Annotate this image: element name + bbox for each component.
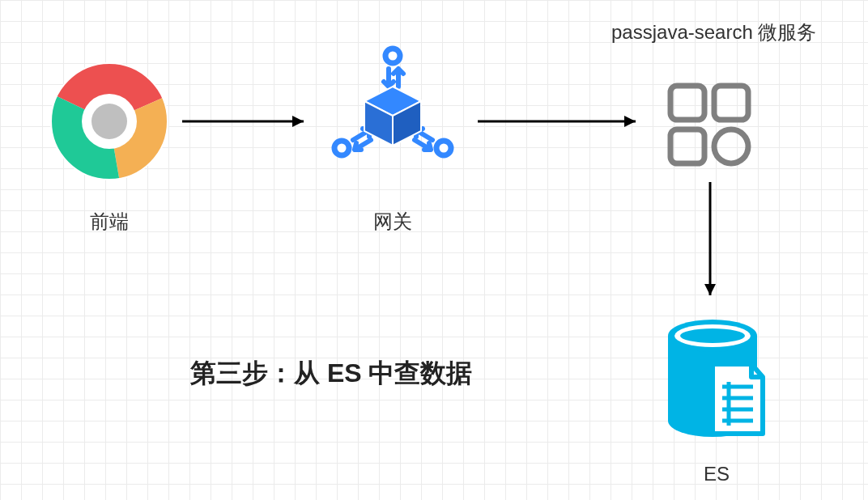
- microservice-icon: [666, 81, 755, 173]
- svg-point-5: [334, 141, 349, 155]
- gateway-icon: [324, 44, 462, 185]
- svg-rect-8: [714, 86, 748, 120]
- svg-point-3: [91, 104, 127, 139]
- svg-point-13: [680, 328, 745, 343]
- gateway-label: 网关: [364, 209, 421, 235]
- svg-point-10: [714, 129, 748, 163]
- arrow-gateway-to-service: [478, 113, 652, 129]
- arrow-service-to-es: [702, 182, 718, 311]
- microservice-label: passjava-search 微服务: [611, 19, 816, 45]
- caption: 第三步：从 ES 中查数据: [190, 356, 472, 392]
- frontend-icon: [49, 61, 170, 185]
- svg-point-6: [436, 141, 451, 155]
- svg-rect-9: [670, 129, 704, 163]
- arrow-frontend-to-gateway: [182, 113, 320, 129]
- svg-rect-7: [670, 86, 704, 120]
- es-label: ES: [696, 463, 737, 485]
- frontend-label: 前端: [81, 209, 138, 235]
- es-database-icon: [656, 316, 777, 456]
- svg-point-4: [385, 49, 400, 63]
